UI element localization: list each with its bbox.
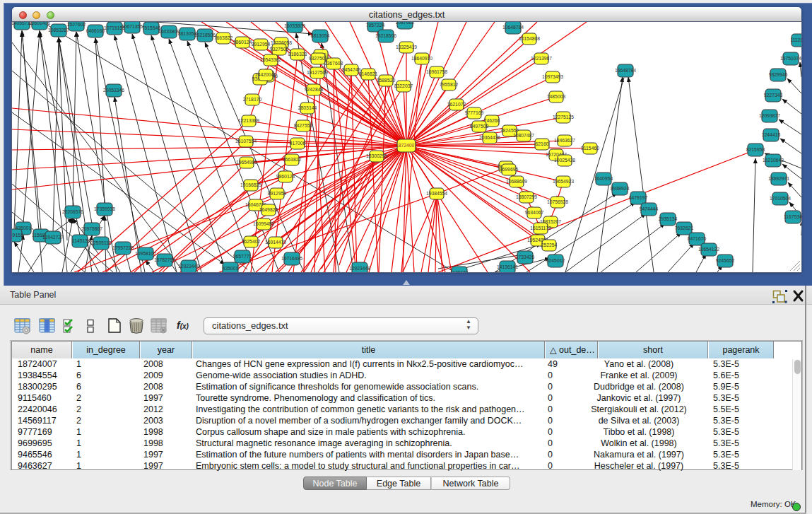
svg-text:7955812: 7955812: [440, 82, 459, 87]
svg-text:12213967: 12213967: [531, 56, 552, 61]
svg-text:13325419: 13325419: [396, 45, 417, 49]
svg-text:16099489: 16099489: [253, 221, 274, 226]
svg-text:16033809: 16033809: [158, 29, 180, 34]
svg-text:10973493: 10973493: [542, 74, 563, 79]
svg-text:19166825: 19166825: [240, 182, 261, 187]
svg-text:7663822: 7663822: [283, 157, 302, 162]
svg-text:20206576: 20206576: [62, 209, 83, 214]
svg-text:3824554: 3824554: [500, 128, 519, 133]
svg-text:435001: 435001: [223, 266, 239, 271]
svg-text:20691406: 20691406: [29, 22, 50, 25]
svg-text:10671355: 10671355: [122, 24, 143, 29]
svg-text:13692971: 13692971: [768, 176, 789, 181]
svg-text:12213389: 12213389: [238, 118, 259, 123]
svg-text:10853287: 10853287: [48, 28, 69, 33]
svg-text:16961758: 16961758: [426, 69, 447, 74]
svg-text:1139151: 1139151: [12, 233, 23, 238]
svg-text:9245652: 9245652: [716, 258, 735, 263]
svg-text:17957225: 17957225: [112, 245, 134, 250]
svg-text:8912954: 8912954: [252, 42, 271, 47]
svg-text:8322037: 8322037: [394, 83, 413, 88]
svg-text:1244413: 1244413: [762, 132, 781, 137]
svg-text:18127509: 18127509: [307, 70, 328, 75]
svg-text:16648784: 16648784: [615, 68, 636, 73]
svg-text:1112804: 1112804: [790, 37, 801, 42]
svg-text:8471676: 8471676: [688, 236, 707, 241]
svg-text:2803144: 2803144: [298, 105, 317, 110]
svg-text:10807487: 10807487: [513, 133, 534, 138]
svg-text:16107554: 16107554: [235, 139, 257, 144]
svg-text:1167534: 1167534: [784, 214, 801, 219]
svg-text:12942737: 12942737: [42, 235, 64, 240]
svg-text:19384554: 19384554: [426, 191, 447, 196]
svg-text:17359938: 17359938: [94, 206, 115, 211]
svg-text:9657771: 9657771: [233, 254, 252, 259]
svg-text:9860124: 9860124: [233, 40, 252, 45]
svg-text:16151172: 16151172: [530, 226, 551, 230]
svg-text:18300295: 18300295: [366, 153, 387, 158]
svg-text:6497508: 6497508: [470, 124, 489, 129]
svg-text:7485003: 7485003: [547, 94, 566, 99]
svg-text:8427552: 8427552: [294, 123, 313, 128]
svg-text:6466160: 6466160: [86, 28, 105, 33]
svg-text:8215958: 8215958: [746, 147, 765, 152]
svg-text:417006: 417006: [290, 141, 306, 146]
svg-text:19218506: 19218506: [194, 33, 216, 37]
svg-text:9860124: 9860124: [276, 174, 295, 179]
svg-text:20975867: 20975867: [81, 226, 102, 231]
svg-text:16914479: 16914479: [265, 240, 286, 245]
svg-text:18463627: 18463627: [554, 138, 575, 143]
svg-text:12275125: 12275125: [553, 115, 574, 119]
svg-text:1733426: 1733426: [516, 255, 535, 259]
svg-text:746266: 746266: [484, 118, 500, 123]
svg-text:16210643: 16210643: [763, 158, 784, 163]
svg-text:14136141: 14136141: [497, 264, 518, 269]
svg-text:18724007: 18724007: [396, 143, 417, 148]
svg-text:17010504: 17010504: [770, 196, 791, 201]
svg-text:16782759: 16782759: [154, 257, 175, 262]
svg-text:1588520: 1588520: [377, 78, 396, 83]
svg-text:10543362: 10543362: [260, 57, 281, 62]
svg-text:1527602: 1527602: [67, 22, 86, 27]
svg-text:12093877: 12093877: [759, 113, 780, 118]
svg-text:2718170: 2718170: [243, 97, 262, 102]
svg-text:10958107: 10958107: [135, 251, 156, 256]
svg-text:9245012: 9245012: [546, 258, 565, 263]
svg-text:24420046: 24420046: [255, 72, 276, 77]
svg-text:19218506: 19218506: [375, 33, 396, 38]
svg-text:15716485: 15716485: [281, 256, 302, 261]
svg-text:2087662: 2087662: [396, 22, 415, 25]
svg-text:19654985: 19654985: [236, 160, 257, 165]
svg-text:62160: 62160: [536, 141, 549, 146]
svg-text:10654122: 10654122: [698, 247, 719, 252]
svg-text:1640954: 1640954: [594, 176, 613, 181]
svg-text:8813054: 8813054: [311, 33, 330, 38]
svg-text:15751074: 15751074: [780, 56, 801, 61]
svg-text:20364436: 20364436: [479, 135, 500, 140]
svg-text:9146821: 9146821: [359, 71, 378, 76]
svg-text:10154808: 10154808: [519, 36, 540, 41]
svg-text:10688609: 10688609: [506, 179, 527, 184]
svg-text:9327509: 9327509: [270, 47, 289, 52]
svg-text:18640910: 18640910: [411, 56, 433, 61]
svg-text:12923448: 12923448: [349, 266, 370, 271]
svg-text:10648784: 10648784: [502, 25, 524, 30]
svg-text:9329946: 9329946: [769, 72, 788, 77]
svg-text:9242848: 9242848: [305, 87, 324, 92]
svg-text:1139151: 1139151: [450, 270, 469, 272]
svg-text:18807299: 18807299: [516, 194, 537, 199]
svg-text:9227343: 9227343: [764, 93, 783, 98]
svg-text:2367608: 2367608: [324, 61, 343, 66]
svg-text:9115460: 9115460: [581, 146, 599, 151]
svg-text:2935134: 2935134: [659, 216, 678, 221]
svg-text:9777169: 9777169: [465, 110, 484, 115]
svg-text:9327508: 9327508: [309, 56, 328, 61]
svg-text:7632621: 7632621: [675, 226, 694, 230]
svg-text:10025438: 10025438: [554, 158, 575, 163]
svg-text:8912954: 8912954: [268, 191, 287, 196]
svg-text:12923448: 12923448: [178, 264, 199, 269]
svg-text:114513: 114513: [72, 238, 88, 243]
svg-text:6479197: 6479197: [629, 195, 648, 200]
svg-text:252254: 252254: [541, 243, 558, 247]
svg-text:9699695: 9699695: [500, 167, 519, 172]
